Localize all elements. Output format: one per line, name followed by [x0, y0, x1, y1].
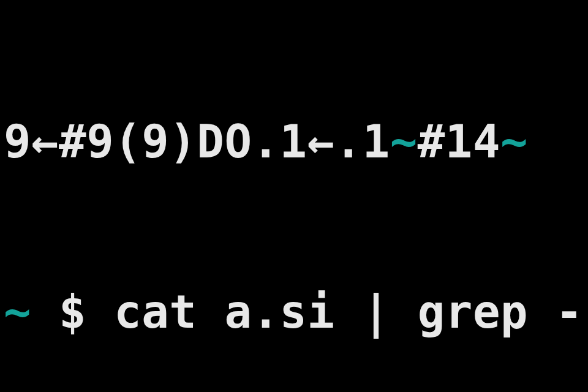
command-text: cat a.si | grep - [114, 285, 583, 338]
prompt-symbol: $ [31, 285, 114, 338]
output-seg: 9←#9(9)DO.1←.1 [4, 115, 390, 168]
prompt-line-1: ~ $ cat a.si | grep - [4, 284, 588, 341]
output-seg-cyan: ~ [500, 115, 528, 168]
prompt-dir: ~ [4, 285, 31, 338]
output-line-0: 9←#9(9)DO.1←.1~#14~ [4, 113, 588, 170]
output-seg-cyan: ~ [390, 115, 418, 168]
terminal[interactable]: 9←#9(9)DO.1←.1~#14~ ~ $ cat a.si | grep … [0, 0, 588, 392]
output-seg: #14 [418, 115, 500, 168]
